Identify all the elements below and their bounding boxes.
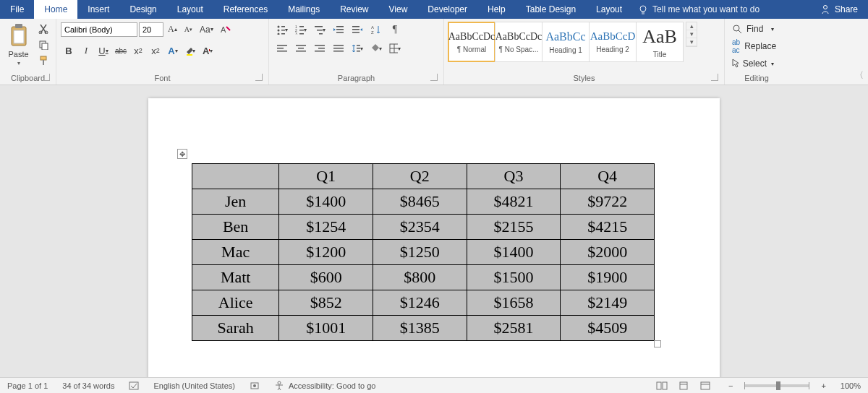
web-layout-button[interactable] — [697, 379, 714, 392]
row-name[interactable]: Alice — [192, 290, 279, 316]
collapse-ribbon-button[interactable]: 〈 — [855, 69, 864, 82]
tab-review[interactable]: Review — [330, 0, 378, 19]
style--no-spac-[interactable]: AaBbCcDc¶ No Spac... — [495, 22, 542, 62]
shading-button[interactable]: ▾ — [367, 40, 385, 56]
table-row[interactable]: Sarah$1001$1385$2581$4509 — [192, 316, 655, 341]
row-name[interactable]: Mac — [192, 240, 279, 265]
tab-help[interactable]: Help — [477, 0, 516, 19]
bold-button[interactable]: B — [61, 43, 77, 59]
increase-indent-button[interactable] — [349, 22, 366, 38]
zoom-level[interactable]: 100% — [833, 378, 868, 393]
table-move-handle-icon[interactable]: ✥ — [177, 149, 187, 159]
cell[interactable]: $9722 — [561, 189, 655, 215]
replace-button[interactable]: abacReplace — [729, 39, 777, 53]
table-resize-handle-icon[interactable] — [654, 340, 661, 347]
dialog-launcher-icon[interactable] — [711, 74, 718, 81]
data-table[interactable]: Q1Q2Q3Q4Jen$1400$8465$4821$9722Ben$1254$… — [192, 163, 655, 341]
cell[interactable]: $1001 — [279, 316, 373, 341]
cell[interactable]: $4215 — [561, 215, 655, 240]
cell[interactable]: $1658 — [467, 290, 561, 316]
strikethrough-button[interactable]: abc — [113, 43, 129, 59]
bullets-button[interactable]: ▾ — [273, 22, 291, 38]
status-page[interactable]: Page 1 of 1 — [0, 378, 55, 393]
text-effects-button[interactable]: A▾ — [165, 43, 181, 59]
tab-references[interactable]: References — [213, 0, 278, 19]
cell[interactable]: $1250 — [373, 240, 467, 265]
grow-font-button[interactable]: A▴ — [165, 22, 180, 37]
cell[interactable]: $8465 — [373, 189, 467, 215]
cell[interactable]: $1500 — [467, 265, 561, 290]
multilevel-list-button[interactable]: ▾ — [311, 22, 328, 38]
decrease-indent-button[interactable] — [330, 22, 347, 38]
show-marks-button[interactable]: ¶ — [386, 22, 404, 38]
tab-view[interactable]: View — [379, 0, 418, 19]
align-left-button[interactable] — [273, 40, 291, 56]
cell[interactable]: $1246 — [373, 290, 467, 316]
cell[interactable]: $2000 — [561, 240, 655, 265]
tab-home[interactable]: Home — [34, 0, 77, 19]
format-painter-button[interactable] — [35, 53, 51, 68]
font-size-input[interactable] — [139, 22, 163, 37]
tab-layout[interactable]: Layout — [586, 0, 632, 19]
table-header[interactable]: Q1 — [279, 164, 373, 189]
clear-formatting-button[interactable]: A — [218, 22, 234, 37]
select-button[interactable]: Select▾ — [729, 56, 777, 71]
tab-table-design[interactable]: Table Design — [516, 0, 586, 19]
table-header[interactable]: Q4 — [561, 164, 655, 189]
cell[interactable]: $2354 — [373, 215, 467, 240]
dialog-launcher-icon[interactable] — [430, 74, 438, 81]
print-layout-button[interactable] — [675, 379, 692, 392]
status-words[interactable]: 34 of 34 words — [55, 378, 122, 393]
table-header[interactable] — [192, 164, 279, 189]
cell[interactable]: $1200 — [279, 240, 373, 265]
cell[interactable]: $1254 — [279, 215, 373, 240]
cell[interactable]: $1900 — [561, 265, 655, 290]
cut-button[interactable] — [35, 22, 51, 36]
cell[interactable]: $4821 — [467, 189, 561, 215]
share-button[interactable]: Share — [810, 0, 868, 19]
tab-file[interactable]: File — [0, 0, 34, 19]
find-button[interactable]: Find▾ — [729, 22, 777, 36]
cell[interactable]: $800 — [373, 265, 467, 290]
cell[interactable]: $1400 — [467, 240, 561, 265]
table-header[interactable]: Q3 — [467, 164, 561, 189]
style-title[interactable]: AaBTitle — [636, 22, 684, 62]
cell[interactable]: $852 — [279, 290, 373, 316]
align-center-button[interactable] — [292, 40, 310, 56]
superscript-button[interactable]: x2 — [148, 43, 163, 59]
tab-layout[interactable]: Layout — [167, 0, 213, 19]
row-name[interactable]: Ben — [192, 215, 279, 240]
table-row[interactable]: Jen$1400$8465$4821$9722 — [192, 189, 655, 215]
style--normal[interactable]: AaBbCcDc¶ Normal — [448, 22, 495, 62]
row-name[interactable]: Jen — [192, 189, 279, 215]
tab-developer[interactable]: Developer — [417, 0, 477, 19]
table-row[interactable]: Alice$852$1246$1658$2149 — [192, 290, 655, 316]
highlight-button[interactable]: ▾ — [182, 43, 198, 59]
zoom-in-button[interactable]: + — [814, 378, 833, 393]
document-area[interactable]: ✥ Q1Q2Q3Q4Jen$1400$8465$4821$9722Ben$125… — [0, 85, 868, 377]
dialog-launcher-icon[interactable] — [43, 74, 50, 81]
subscript-button[interactable]: x2 — [130, 43, 146, 59]
cell[interactable]: $2149 — [561, 290, 655, 316]
cell[interactable]: $600 — [279, 265, 373, 290]
table-row[interactable]: Matt$600$800$1500$1900 — [192, 265, 655, 290]
cell[interactable]: $2155 — [467, 215, 561, 240]
read-mode-button[interactable] — [653, 379, 671, 392]
cell[interactable]: $1400 — [279, 189, 373, 215]
copy-button[interactable] — [35, 38, 51, 52]
italic-button[interactable]: I — [78, 43, 94, 59]
justify-button[interactable] — [330, 40, 347, 56]
style-heading-1[interactable]: AaBbCcHeading 1 — [542, 22, 590, 62]
underline-button[interactable]: U▾ — [95, 43, 111, 59]
tab-insert[interactable]: Insert — [77, 0, 119, 19]
dialog-launcher-icon[interactable] — [255, 74, 263, 81]
row-name[interactable]: Matt — [192, 265, 279, 290]
cell[interactable]: $1385 — [373, 316, 467, 341]
line-spacing-button[interactable]: ▾ — [349, 40, 366, 56]
numbering-button[interactable]: 123▾ — [292, 22, 310, 38]
cell[interactable]: $2581 — [467, 316, 561, 341]
font-name-input[interactable] — [61, 22, 137, 37]
change-case-button[interactable]: Aa▾ — [197, 22, 216, 37]
tell-me-search[interactable]: Tell me what you want to do — [632, 0, 810, 19]
status-language[interactable]: English (United States) — [146, 378, 242, 393]
